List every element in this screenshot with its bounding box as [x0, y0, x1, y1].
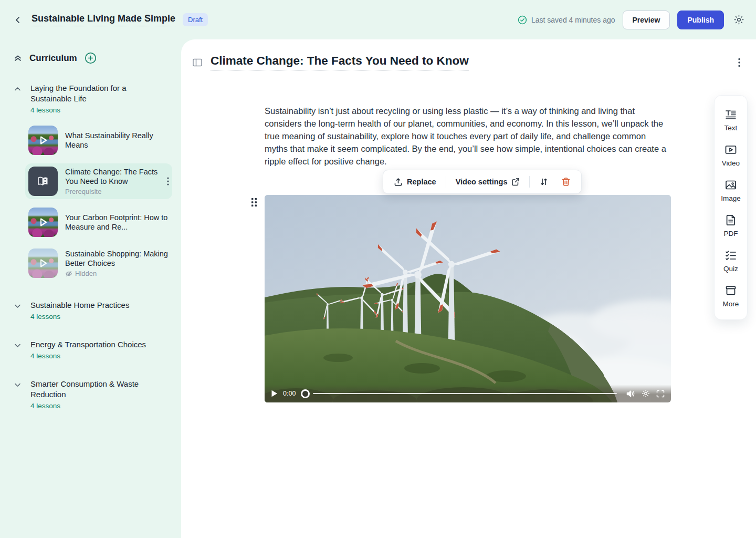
lesson-intro-paragraph[interactable]: Sustainability isn’t just about recyclin… [265, 105, 671, 168]
section-title: Energy & Transportation Choices [30, 339, 146, 350]
delete-block-button[interactable] [556, 173, 576, 190]
section-header[interactable]: Energy & Transportation Choices 4 lesson… [14, 339, 181, 360]
section-lesson-count: 4 lessons [30, 402, 156, 410]
video-icon [724, 143, 737, 156]
lesson-video-thumbnail [28, 208, 58, 237]
video-player[interactable]: 0:00 [265, 195, 671, 402]
play-icon [37, 134, 49, 147]
chevron-down-icon[interactable] [14, 381, 22, 410]
lesson-title: Climate Change: The Facts You Need to Kn… [65, 167, 162, 186]
toolbar-divider [529, 176, 530, 188]
back-button[interactable] [12, 14, 24, 26]
block-tools-panel: Text Video Image PDF Quiz More [714, 95, 748, 320]
section-title-wrap: Sustainable Home Practices 4 lessons [30, 300, 129, 320]
chevron-down-icon[interactable] [14, 302, 22, 320]
lesson-editor: Climate Change: The Facts You Need to Kn… [181, 39, 756, 538]
lesson-subtitle: Hidden [65, 270, 169, 277]
external-link-icon [511, 178, 520, 186]
course-title[interactable]: Sustainable Living Made Simple [32, 13, 175, 26]
video-controls-right [626, 389, 665, 398]
lesson-menu-button[interactable] [736, 56, 742, 69]
curriculum-header: Curriculum [14, 52, 181, 64]
curriculum-section: Smarter Consumption & Waste Reduction 4 … [14, 379, 181, 410]
chevron-up-icon[interactable] [14, 85, 22, 114]
check-circle-icon [518, 15, 527, 25]
add-video-button[interactable]: Video [715, 138, 747, 173]
lesson-subtitle-text: Hidden [75, 270, 97, 277]
fullscreen-icon [656, 390, 665, 398]
section-header[interactable]: Sustainable Home Practices 4 lessons [14, 300, 181, 320]
replace-button[interactable]: Replace [388, 174, 442, 190]
chevron-down-icon[interactable] [14, 342, 22, 360]
video-block: 0:00 [265, 195, 671, 402]
lesson-title: Sustainable Shopping: Making Better Choi… [65, 249, 169, 268]
fullscreen-button[interactable] [656, 390, 665, 398]
book-icon [36, 174, 50, 188]
save-status-text: Last saved 4 minutes ago [531, 16, 615, 24]
video-settings-label: Video settings [456, 178, 508, 186]
video-play-button[interactable] [271, 390, 278, 397]
curriculum-section: Sustainable Home Practices 4 lessons [14, 300, 181, 320]
lesson-text-wrap: Climate Change: The Facts You Need to Kn… [65, 167, 169, 195]
video-frame-wind-turbines [265, 195, 671, 402]
lesson-item[interactable]: Your Carbon Footprint: How to Measure an… [25, 204, 172, 240]
app-header: Sustainable Living Made Simple Draft Las… [0, 0, 756, 39]
collapse-all-button[interactable] [14, 54, 22, 63]
publish-button[interactable]: Publish [677, 11, 724, 29]
gear-icon [733, 14, 744, 25]
section-title: Sustainable Home Practices [30, 300, 129, 311]
video-settings-button[interactable]: Video settings [450, 174, 526, 190]
tool-label: Image [721, 194, 741, 202]
lesson-subtitle: Prerequisite [65, 188, 162, 195]
collapse-all-icon [14, 54, 22, 63]
kebab-icon [167, 177, 169, 185]
quiz-icon [724, 249, 737, 262]
lesson-reading-thumbnail [28, 167, 58, 196]
toggle-sidebar-button[interactable] [191, 56, 204, 69]
back-icon [14, 16, 22, 24]
section-header[interactable]: Laying the Foundation for a Sustainable … [14, 83, 181, 114]
tool-label: More [723, 300, 739, 308]
drag-handle-icon [251, 197, 257, 208]
lesson-page-title[interactable]: Climate Change: The Facts You Need to Kn… [211, 54, 469, 70]
section-lesson-count: 4 lessons [30, 106, 156, 114]
reorder-button[interactable] [534, 173, 554, 190]
add-quiz-button[interactable]: Quiz [715, 244, 747, 279]
drag-handle[interactable] [251, 197, 257, 208]
lesson-item-selected[interactable]: Climate Change: The Facts You Need to Kn… [25, 163, 172, 199]
lesson-title: Your Carbon Footprint: How to Measure an… [65, 213, 169, 232]
settings-button[interactable] [731, 12, 747, 27]
section-title-wrap: Smarter Consumption & Waste Reduction 4 … [30, 379, 156, 410]
add-text-button[interactable]: Text [715, 103, 747, 138]
video-controls: 0:00 [265, 385, 671, 402]
curriculum-heading: Curriculum [29, 53, 77, 64]
pdf-icon [724, 214, 737, 226]
tool-label: Quiz [723, 265, 738, 273]
play-icon [37, 216, 49, 229]
preview-button[interactable]: Preview [623, 11, 670, 29]
section-title: Laying the Foundation for a Sustainable … [30, 83, 156, 104]
status-badge: Draft [183, 13, 208, 26]
video-progress-bar[interactable] [313, 393, 617, 394]
video-scrubber-handle[interactable] [301, 389, 310, 398]
volume-button[interactable] [626, 390, 635, 398]
save-status: Last saved 4 minutes ago [518, 15, 615, 25]
tool-label: PDF [724, 230, 738, 237]
section-header[interactable]: Smarter Consumption & Waste Reduction 4 … [14, 379, 181, 410]
header-right: Last saved 4 minutes ago Preview Publish [518, 11, 747, 29]
section-title-wrap: Energy & Transportation Choices 4 lesson… [30, 339, 146, 360]
panel-toggle-icon [193, 58, 202, 67]
lesson-video-thumbnail [28, 249, 58, 278]
tool-label: Text [724, 124, 738, 132]
lesson-item-hidden[interactable]: Sustainable Shopping: Making Better Choi… [25, 245, 172, 281]
lesson-item[interactable]: What Sustainability Really Means [25, 122, 172, 158]
trash-icon [561, 177, 571, 187]
toolbar-divider [446, 176, 446, 188]
lesson-menu-button[interactable] [167, 177, 169, 185]
reorder-icon [539, 177, 549, 187]
add-pdf-button[interactable]: PDF [715, 209, 747, 244]
video-settings-gear-button[interactable] [642, 389, 650, 398]
more-blocks-button[interactable]: More [715, 279, 747, 314]
add-image-button[interactable]: Image [715, 173, 747, 209]
add-section-button[interactable] [85, 52, 97, 64]
